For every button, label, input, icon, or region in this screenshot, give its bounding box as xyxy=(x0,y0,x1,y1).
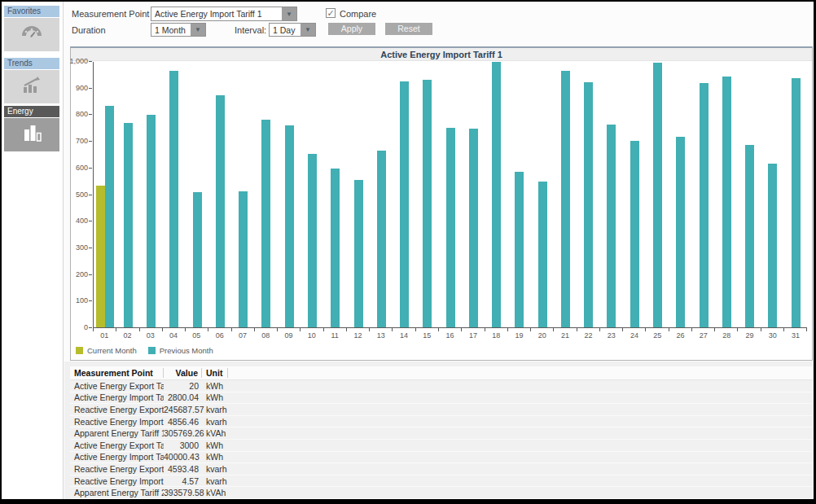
compare-label: Compare xyxy=(340,9,376,19)
bar-previous-month[interactable] xyxy=(331,169,340,327)
measurement-point-label: Measurement Point xyxy=(72,9,149,19)
x-axis-label: 13 xyxy=(370,331,393,341)
x-axis-label: 16 xyxy=(438,331,461,341)
x-axis-label: 18 xyxy=(485,331,507,341)
x-axis-label: 11 xyxy=(323,331,346,341)
measurement-point-cell: Active Energy Export Tariff 1 xyxy=(70,381,164,391)
y-axis-tick xyxy=(89,221,92,221)
bar-previous-month[interactable] xyxy=(216,95,225,327)
y-axis-label: 0 xyxy=(64,323,88,331)
sidebar-item-energy[interactable]: Energy xyxy=(4,106,59,117)
column-header-measurement-point[interactable]: Measurement Point xyxy=(70,368,164,378)
chart-day-slot xyxy=(393,62,415,327)
measurement-point-cell: Active Energy Import Tariff 2 xyxy=(70,452,164,462)
chevron-down-icon[interactable]: ▼ xyxy=(301,24,315,36)
bar-previous-month[interactable] xyxy=(377,151,386,327)
x-axis-label: 30 xyxy=(761,331,784,341)
bar-previous-month[interactable] xyxy=(722,77,731,327)
bar-previous-month[interactable] xyxy=(308,154,317,327)
bar-previous-month[interactable] xyxy=(193,192,202,327)
bar-previous-month[interactable] xyxy=(423,80,432,327)
bar-previous-month[interactable] xyxy=(169,71,178,327)
sidebar-item-trends[interactable]: Trends xyxy=(4,58,59,69)
table-row[interactable]: Active Energy Import Tariff 240000.43kWh xyxy=(70,452,813,464)
x-axis-label: 06 xyxy=(208,331,230,341)
table-row[interactable]: Apparent Energy Tariff 2393579.58kVAh xyxy=(70,487,813,499)
energy-icon-box[interactable] xyxy=(4,118,59,151)
measurement-point-cell: Reactive Energy Import Tariff 1 xyxy=(70,417,164,427)
apply-button[interactable]: Apply xyxy=(328,23,375,35)
bar-previous-month[interactable] xyxy=(239,191,248,327)
chart-day-slot xyxy=(94,62,116,327)
x-axis-label: 28 xyxy=(715,331,738,341)
trends-icon-box[interactable] xyxy=(4,70,59,103)
bar-previous-month[interactable] xyxy=(768,164,777,327)
bar-previous-month[interactable] xyxy=(515,172,524,327)
bar-previous-month[interactable] xyxy=(700,83,709,327)
chart-day-slot xyxy=(761,62,784,327)
bar-previous-month[interactable] xyxy=(354,180,363,327)
bar-previous-month[interactable] xyxy=(653,63,662,327)
chart-day-slot xyxy=(186,62,208,327)
table-row[interactable]: Active Energy Export Tariff 120kWh xyxy=(70,380,813,392)
table-row[interactable]: Reactive Energy Import Tariff 24.57kvarh xyxy=(70,476,813,488)
x-axis-label: 31 xyxy=(784,331,807,341)
x-axis-label: 03 xyxy=(139,331,162,341)
legend-label: Current Month xyxy=(87,346,137,355)
controls-bar: Measurement Point Active Energy Import T… xyxy=(64,2,814,45)
bar-previous-month[interactable] xyxy=(446,128,455,327)
y-axis: 01002003004005006007008009001,000 xyxy=(71,62,92,328)
bar-previous-month[interactable] xyxy=(538,182,547,327)
bar-previous-month[interactable] xyxy=(745,145,754,327)
bar-previous-month[interactable] xyxy=(561,71,570,327)
interval-dropdown[interactable]: 1 Day ▼ xyxy=(269,23,316,37)
column-header-value[interactable]: Value xyxy=(164,368,202,378)
chart-day-slot xyxy=(301,62,323,327)
bar-previous-month[interactable] xyxy=(607,125,616,327)
unit-cell: kWh xyxy=(202,381,228,391)
measurement-point-dropdown[interactable]: Active Energy Import Tariff 1 ▼ xyxy=(151,7,297,21)
chart-day-slot xyxy=(669,62,692,327)
bar-previous-month[interactable] xyxy=(285,125,294,327)
chart-day-slot xyxy=(255,62,278,327)
chevron-down-icon[interactable]: ▼ xyxy=(191,24,205,36)
x-axis: 0102030405060708091011121314151617181920… xyxy=(93,331,807,341)
bar-previous-month[interactable] xyxy=(792,78,801,327)
unit-cell: kvarh xyxy=(202,405,228,414)
sidebar-item-favorites[interactable]: Favorites xyxy=(4,6,59,17)
x-axis-label: 05 xyxy=(185,331,208,341)
previous-month-swatch xyxy=(148,347,156,354)
table-row[interactable]: Reactive Energy Export Tariff 24593.48kv… xyxy=(70,463,813,476)
bar-previous-month[interactable] xyxy=(492,62,501,327)
table-row[interactable]: Active Energy Import Tariff 12800.04kWh xyxy=(70,392,813,405)
y-axis-tick xyxy=(89,141,92,142)
unit-cell: kvarh xyxy=(202,476,228,486)
table-row[interactable]: Reactive Energy Export Tariff 1245687.57… xyxy=(70,404,813,416)
bar-current-month[interactable] xyxy=(96,186,105,327)
measurement-point-cell: Active Energy Export Tariff 2 xyxy=(70,440,164,450)
favorites-icon-box[interactable] xyxy=(4,18,59,51)
bar-previous-month[interactable] xyxy=(261,120,270,327)
duration-dropdown[interactable]: 1 Month ▼ xyxy=(151,23,206,37)
bar-chart-icon xyxy=(19,122,45,148)
bar-previous-month[interactable] xyxy=(469,129,478,327)
bar-previous-month[interactable] xyxy=(676,137,685,327)
bar-previous-month[interactable] xyxy=(630,141,639,327)
table-row[interactable]: Reactive Energy Import Tariff 14856.46kv… xyxy=(70,416,813,428)
measurement-point-cell: Apparent Energy Tariff 2 xyxy=(70,488,164,497)
x-axis-label: 02 xyxy=(116,331,138,341)
bar-previous-month[interactable] xyxy=(105,106,114,327)
bar-previous-month[interactable] xyxy=(584,82,593,327)
legend-label: Previous Month xyxy=(160,346,213,355)
bar-previous-month[interactable] xyxy=(124,123,133,327)
bar-previous-month[interactable] xyxy=(147,115,156,327)
chevron-down-icon[interactable]: ▼ xyxy=(282,7,296,20)
x-axis-label: 26 xyxy=(669,331,691,341)
bar-previous-month[interactable] xyxy=(400,81,409,327)
table-row[interactable]: Apparent Energy Tariff 1305769.26kVAh xyxy=(70,427,813,440)
table-row[interactable]: Active Energy Export Tariff 23000kWh xyxy=(70,440,813,452)
reset-button[interactable]: Reset xyxy=(385,23,432,35)
compare-checkbox[interactable]: ✓ xyxy=(326,8,336,18)
column-header-unit[interactable]: Unit xyxy=(202,368,228,378)
chart-day-slot xyxy=(278,62,301,327)
